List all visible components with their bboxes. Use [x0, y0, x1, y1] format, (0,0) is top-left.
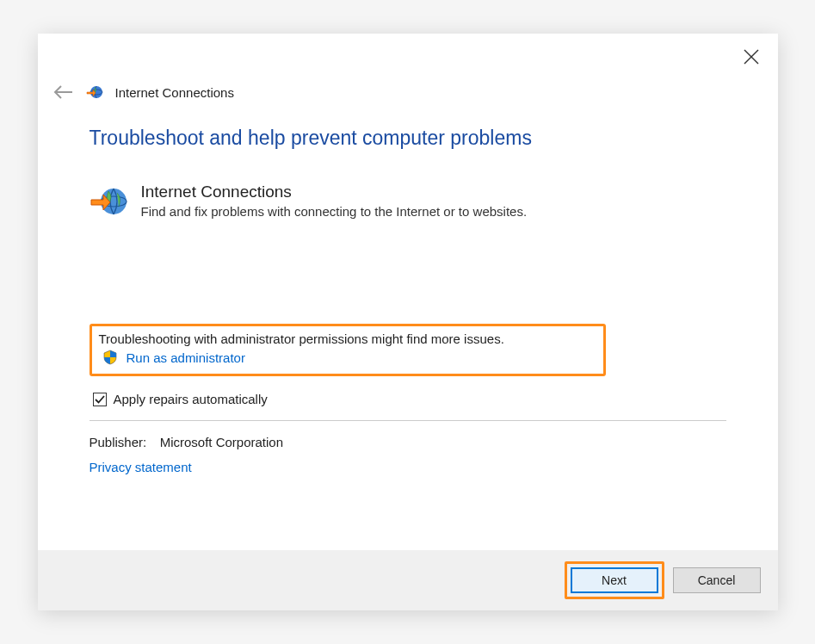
admin-notice-text: Troubleshooting with administrator permi… [99, 331, 596, 346]
divider [90, 420, 726, 421]
troubleshooter-title: Internet Connections [141, 183, 528, 201]
troubleshooter-dialog: Internet Connections Troubleshoot and he… [38, 34, 778, 610]
content-area: Troubleshoot and help prevent computer p… [38, 101, 778, 550]
header-bar: Internet Connections [38, 34, 778, 101]
publisher-label: Publisher: [90, 435, 157, 449]
troubleshooter-text: Internet Connections Find and fix proble… [141, 183, 528, 220]
apply-repairs-label: Apply repairs automatically [114, 392, 268, 406]
close-icon [744, 49, 759, 65]
troubleshooter-header-icon [86, 84, 103, 101]
cancel-button[interactable]: Cancel [673, 567, 761, 593]
troubleshooter-description: Find and fix problems with connecting to… [141, 204, 528, 219]
troubleshooter-info: Internet Connections Find and fix proble… [90, 183, 726, 220]
globe-arrow-large-icon [90, 183, 127, 220]
admin-permissions-box: Troubleshooting with administrator permi… [90, 324, 606, 376]
close-button[interactable] [744, 49, 759, 65]
uac-shield-icon [102, 350, 118, 365]
publisher-value: Microsoft Corporation [160, 435, 283, 449]
apply-repairs-row: Apply repairs automatically [90, 388, 726, 418]
troubleshooter-icon [90, 183, 127, 220]
back-arrow-icon [53, 84, 74, 100]
privacy-statement-link[interactable]: Privacy statement [90, 460, 726, 474]
back-button[interactable] [53, 84, 74, 100]
admin-link-row: Run as administrator [99, 350, 596, 365]
run-as-admin-link[interactable]: Run as administrator [127, 350, 245, 365]
checkmark-icon [95, 394, 105, 405]
globe-arrow-icon [86, 84, 103, 101]
next-button-highlight: Next [565, 561, 664, 599]
apply-repairs-checkbox[interactable] [93, 393, 107, 406]
header-title: Internet Connections [115, 85, 234, 100]
main-heading: Troubleshoot and help prevent computer p… [90, 127, 726, 150]
footer-bar: Next Cancel [38, 550, 778, 610]
next-button[interactable]: Next [571, 567, 658, 593]
publisher-row: Publisher: Microsoft Corporation [90, 435, 726, 449]
